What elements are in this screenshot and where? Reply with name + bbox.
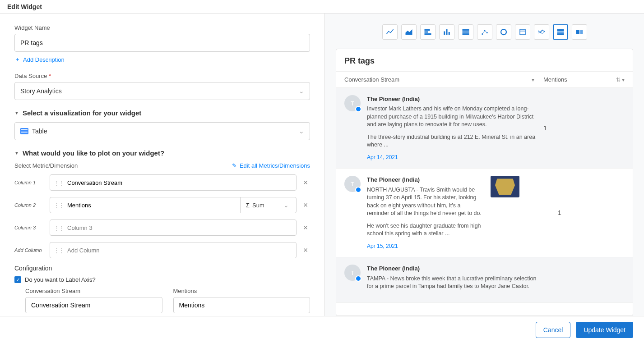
config-header: Configuration [14, 265, 310, 272]
preview-card: PR tags Conversation Stream ▾ Mentions ⇅… [336, 49, 633, 316]
chart-type-table[interactable] [458, 24, 473, 40]
mentions-value: 1 [543, 124, 547, 132]
sort-mentions-icon[interactable]: ⇅ ▾ [616, 77, 625, 83]
snippet-1: TAMPA - News broke this week that a lucr… [367, 275, 537, 291]
widget-name-input[interactable] [14, 34, 310, 52]
chevron-down-icon: ⌄ [283, 201, 289, 209]
select-metric-label: Select Metric/Dimension [14, 162, 78, 169]
plot-section-header[interactable]: ▼ What would you like to plot on your wi… [14, 149, 310, 157]
remove-add-column[interactable]: × [301, 246, 310, 255]
snippet-2: He won't see his daughter graduate from … [367, 222, 484, 238]
column-3-input-wrap[interactable]: ⋮⋮ [50, 220, 297, 236]
thumbnail [491, 176, 519, 197]
col-stream-header[interactable]: Conversation Stream ▾ [344, 76, 543, 83]
visualization-section-header[interactable]: ▼ Select a visualization for your widget [14, 109, 310, 117]
column-3-input[interactable] [67, 224, 294, 231]
chart-type-area[interactable] [401, 24, 417, 40]
svg-rect-5 [448, 32, 449, 35]
cancel-button[interactable]: Cancel [536, 322, 571, 338]
aggregation-value: Sum [252, 202, 264, 209]
sigma-icon: Σ [246, 202, 250, 209]
data-source-label: Data Source * [14, 73, 310, 79]
chart-type-hbar[interactable] [420, 24, 436, 40]
chart-type-donut[interactable] [496, 24, 511, 40]
chart-type-vbar[interactable] [439, 24, 454, 40]
add-column-input-wrap[interactable]: ⋮⋮ [50, 242, 297, 258]
table-row[interactable]: T The Pioneer (India) TAMPA - News broke… [336, 257, 633, 302]
drag-handle-icon[interactable]: ⋮⋮ [54, 247, 64, 254]
edit-metrics-link[interactable]: ✎ Edit all Metrics/Dimensions [232, 162, 310, 169]
add-description-link[interactable]: ＋ Add Description [14, 55, 310, 64]
col-mentions-label: Mentions [543, 76, 567, 83]
drag-handle-icon[interactable]: ⋮⋮ [54, 179, 64, 186]
svg-rect-4 [446, 29, 447, 35]
visualization-select[interactable]: Table ⌄ [14, 122, 310, 140]
column-1-input[interactable] [67, 179, 294, 186]
column-2-input-wrap[interactable]: ⋮⋮ Σ Sum ⌄ [50, 197, 297, 213]
axis1-input[interactable] [25, 297, 162, 313]
add-column-row: Add Column ⋮⋮ × [14, 242, 310, 258]
svg-rect-3 [444, 32, 445, 35]
column-2-label: Column 2 [14, 202, 45, 208]
drag-handle-icon[interactable]: ⋮⋮ [54, 224, 64, 231]
sort-stream-icon[interactable]: ▾ [532, 77, 534, 83]
svg-rect-8 [462, 33, 469, 35]
svg-point-12 [501, 29, 506, 35]
page-header: Edit Widget [0, 0, 644, 14]
chart-type-stream[interactable] [553, 24, 568, 40]
table-row[interactable]: T The Pioneer (India) Investor Mark Lath… [336, 88, 633, 169]
chart-type-card[interactable] [515, 24, 530, 40]
label-axis-checkbox[interactable]: ✓ [14, 276, 21, 283]
chart-type-line[interactable] [382, 24, 398, 40]
table-row[interactable]: T The Pioneer (India) NORTH AUGUSTA - Tr… [336, 169, 633, 257]
row-body: The Pioneer (India) NORTH AUGUSTA - Trav… [367, 176, 484, 250]
add-description-label: Add Description [23, 56, 65, 63]
chart-type-toolbar [336, 24, 633, 40]
column-1-label: Column 1 [14, 180, 45, 185]
avatar-badge-icon [355, 106, 361, 112]
chart-type-spark[interactable] [534, 24, 549, 40]
left-panel: Widget Name ＋ Add Description Data Sourc… [0, 14, 325, 316]
svg-rect-0 [424, 29, 430, 31]
col-mentions-header[interactable]: Mentions ⇅ ▾ [543, 76, 625, 83]
update-widget-button[interactable]: Update Widget [576, 322, 633, 338]
axis1-col: Conversation Stream [25, 288, 162, 313]
remove-column-3[interactable]: × [301, 223, 310, 233]
right-panel: PR tags Conversation Stream ▾ Mentions ⇅… [325, 14, 644, 316]
aggregation-select[interactable]: Σ Sum ⌄ [240, 197, 294, 213]
source-name: The Pioneer (India) [367, 95, 537, 103]
main-area: Widget Name ＋ Add Description Data Sourc… [0, 14, 644, 316]
column-1-input-wrap[interactable]: ⋮⋮ [50, 174, 297, 191]
snippet-1: NORTH AUGUSTA - Travis Smith would be tu… [367, 186, 484, 218]
add-column-input[interactable] [67, 247, 294, 254]
remove-column-2[interactable]: × [301, 201, 310, 210]
axis1-label: Conversation Stream [25, 288, 162, 294]
svg-rect-18 [576, 30, 579, 34]
add-column-label: Add Column [14, 247, 45, 253]
mentions-cell [543, 265, 625, 295]
col-stream-label: Conversation Stream [344, 76, 399, 83]
chart-type-scatter[interactable] [477, 24, 492, 40]
chevron-down-icon: ⌄ [299, 128, 304, 135]
remove-column-1[interactable]: × [301, 178, 310, 188]
axis2-input[interactable] [173, 297, 310, 313]
row-body: The Pioneer (India) TAMPA - News broke t… [367, 265, 537, 295]
column-3-row: Column 3 ⋮⋮ × [14, 220, 310, 236]
mentions-value: 1 [558, 209, 561, 216]
data-source-select[interactable]: Story Analytics ⌄ [14, 82, 310, 100]
avatar-badge-icon [355, 187, 361, 193]
drag-handle-icon[interactable]: ⋮⋮ [54, 202, 64, 209]
preview-title: PR tags [336, 49, 633, 71]
required-asterisk: * [49, 73, 51, 79]
svg-rect-7 [462, 32, 469, 33]
widget-name-label: Widget Name [14, 24, 310, 31]
plus-icon: ＋ [14, 55, 20, 64]
snippet-2: The three-story industrial building is a… [367, 133, 537, 149]
caret-down-icon: ▼ [14, 110, 19, 115]
column-2-input[interactable] [67, 202, 240, 209]
chart-type-split[interactable] [572, 24, 587, 40]
edit-metrics-label: Edit all Metrics/Dimensions [240, 162, 310, 169]
visualization-value: Table [32, 128, 47, 135]
row-date: Apr 15, 2021 [367, 242, 484, 250]
label-axis-row[interactable]: ✓ Do you want to Label Axis? [14, 276, 310, 283]
